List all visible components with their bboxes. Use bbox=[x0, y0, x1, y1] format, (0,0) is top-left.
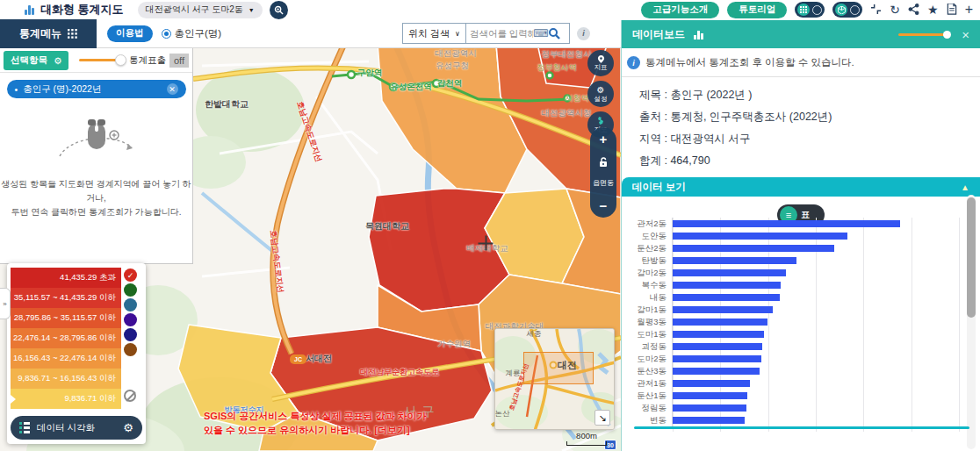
palette-column: ✓ bbox=[124, 268, 137, 409]
indicator-radio[interactable]: 총인구(명) bbox=[162, 27, 222, 40]
current-class-marker bbox=[11, 395, 16, 404]
search-input[interactable] bbox=[470, 28, 533, 39]
databoard-field: 지역 : 대전광역시 서구 bbox=[639, 128, 980, 150]
radio-selected-icon bbox=[162, 29, 171, 39]
legend-class-row[interactable]: 22,476.14 ~ 28,795.86 이하 bbox=[11, 328, 121, 348]
palette-color-option[interactable] bbox=[124, 283, 137, 297]
palette-none-option[interactable] bbox=[124, 390, 136, 402]
chart-category-label: 정림동 bbox=[625, 402, 673, 414]
search-field: ⌨ bbox=[466, 23, 570, 44]
refresh-icon[interactable]: ↻ bbox=[890, 4, 900, 16]
databoard-panel: 데이터보드 × i 통계메뉴에서 통계조회 후 이용할 수 있습니다. 제목 :… bbox=[621, 20, 980, 451]
legend-class-row[interactable]: 9,836.71 이하 bbox=[11, 389, 121, 409]
chart-bar[interactable] bbox=[673, 368, 760, 375]
legend-classes: 41,435.29 초과35,115.57 ~ 41,435.29 이하28,7… bbox=[11, 268, 121, 409]
chart-bar[interactable] bbox=[673, 343, 762, 350]
fit-screen-icon[interactable] bbox=[870, 4, 882, 17]
chart-row: 도안동 bbox=[625, 230, 966, 242]
stat-display-toggle[interactable]: off bbox=[169, 54, 189, 68]
chart-bar[interactable] bbox=[673, 306, 773, 313]
chart-bar[interactable] bbox=[673, 392, 747, 399]
close-icon[interactable]: × bbox=[962, 28, 969, 41]
chart-category-label: 둔산3동 bbox=[625, 365, 673, 377]
chart-row: 둔산3동 bbox=[625, 365, 966, 377]
overview-minimap[interactable]: 세종대전계룡논산호남고속도로지선 ↘ bbox=[494, 328, 615, 430]
chart-bar[interactable] bbox=[673, 257, 796, 264]
databoard-field: 출처 : 통계청, 인구주택총조사 (2022년) bbox=[639, 106, 980, 128]
region-search-button[interactable] bbox=[270, 1, 288, 19]
palette-color-option[interactable] bbox=[124, 313, 137, 326]
chart-row: 괴정동 bbox=[625, 340, 966, 353]
legend-class-row[interactable]: 28,795.86 ~ 35,115.57 이하 bbox=[11, 308, 121, 328]
selected-items-button[interactable]: 선택항목 ⚙ bbox=[4, 51, 68, 70]
databoard-notice: i 통계메뉴에서 통계조회 후 이용할 수 있습니다. bbox=[622, 48, 980, 77]
palette-color-option[interactable] bbox=[124, 343, 137, 356]
chart-bar[interactable] bbox=[673, 404, 746, 412]
region-dropdown[interactable]: 대전광역시 서구 도마2동 ▼ bbox=[138, 2, 263, 18]
slider-thumb[interactable] bbox=[115, 54, 126, 66]
chart-bar[interactable] bbox=[673, 294, 780, 301]
data-visualization-button[interactable]: 데이터 시각화 ⚙ bbox=[11, 416, 142, 440]
gear-icon[interactable]: ⚙ bbox=[123, 421, 133, 434]
chart-bar[interactable] bbox=[673, 417, 745, 424]
usage-guide-button[interactable]: 이용법 bbox=[107, 25, 153, 42]
panel-collapse-tab[interactable]: » bbox=[0, 288, 11, 319]
chart-bar[interactable] bbox=[673, 282, 781, 289]
stats-menu-button[interactable]: 통계메뉴 bbox=[0, 19, 97, 48]
legend-class-row[interactable]: 41,435.29 초과 bbox=[11, 268, 121, 288]
bullet-icon: • bbox=[15, 84, 18, 95]
databoard-width-slider[interactable] bbox=[898, 33, 949, 36]
legend-class-row[interactable]: 16,156.43 ~ 22,476.14 이하 bbox=[11, 348, 121, 369]
location-search-select[interactable]: 위치 검색 ∨ bbox=[402, 23, 466, 44]
chart-row: 갈마1동 bbox=[625, 304, 966, 316]
unlock-icon[interactable] bbox=[598, 157, 609, 168]
gear-icon: ⚙ bbox=[54, 55, 61, 66]
bookmark-star-icon[interactable]: ★ bbox=[927, 4, 939, 16]
advanced-features-button[interactable]: 고급기능소개 bbox=[641, 2, 719, 18]
opacity-slider[interactable] bbox=[79, 59, 121, 61]
report-document-icon[interactable] bbox=[947, 4, 957, 17]
chart-bar[interactable] bbox=[673, 233, 847, 240]
tutorial-button[interactable]: 튜토리얼 bbox=[727, 2, 787, 18]
info-icon: i bbox=[627, 56, 640, 69]
indicator-control-button[interactable]: 지표 bbox=[587, 50, 614, 76]
zoom-level-label: 읍면동 bbox=[593, 178, 614, 188]
chart-bar[interactable] bbox=[673, 220, 900, 227]
search-info-icon[interactable]: i bbox=[577, 27, 590, 40]
zoom-in-button[interactable]: + bbox=[600, 132, 608, 146]
share-icon[interactable] bbox=[908, 4, 919, 17]
chart-bar[interactable] bbox=[673, 319, 767, 326]
minimap-viewport-rect[interactable] bbox=[523, 352, 594, 384]
palette-color-option[interactable] bbox=[124, 328, 137, 341]
minimap-collapse-button[interactable]: ↘ bbox=[594, 410, 610, 426]
legend-class-row[interactable]: 35,115.57 ~ 41,435.29 이하 bbox=[11, 288, 121, 308]
virtual-keyboard-icon[interactable]: ⌨ bbox=[533, 27, 548, 39]
collapse-up-icon[interactable]: ▲ bbox=[961, 183, 969, 192]
chart-category-label: 복수동 bbox=[625, 279, 673, 291]
chart-category-label: 도안동 bbox=[625, 230, 673, 242]
collapsed-section-edge bbox=[634, 426, 969, 429]
chart-bar[interactable] bbox=[673, 380, 750, 387]
map-2d-toggle[interactable] bbox=[795, 2, 825, 18]
chart-row: 둔산2동 bbox=[625, 242, 966, 254]
zoom-out-button[interactable]: − bbox=[600, 199, 608, 212]
choropleth-legend: 41,435.29 초과35,115.57 ~ 41,435.29 이하28,7… bbox=[7, 263, 146, 444]
remove-indicator-icon[interactable]: ✕ bbox=[167, 83, 178, 95]
legend-class-row[interactable]: 9,836.71 ~ 16,156.43 이하 bbox=[11, 369, 121, 389]
panel-scrollbar-thumb[interactable] bbox=[967, 197, 976, 318]
chart-bar[interactable] bbox=[673, 331, 764, 338]
map-3d-toggle[interactable] bbox=[832, 2, 862, 18]
chart-bar[interactable] bbox=[673, 245, 834, 252]
search-submit-icon[interactable] bbox=[548, 27, 560, 39]
chevron-down-icon: ∨ bbox=[455, 30, 460, 38]
chart-bar[interactable] bbox=[673, 355, 761, 362]
slider-thumb[interactable] bbox=[943, 31, 951, 39]
data-view-header[interactable]: 데이터 보기 ▲ bbox=[622, 177, 980, 197]
palette-color-option[interactable]: ✓ bbox=[124, 268, 137, 282]
chart-bar[interactable] bbox=[673, 269, 786, 276]
korea-map-icon bbox=[596, 117, 605, 125]
active-indicator-pill[interactable]: • 총인구 (명)-2022년 ✕ bbox=[7, 80, 186, 98]
settings-control-button[interactable]: ⚙ 설정 bbox=[587, 81, 614, 107]
palette-color-option[interactable] bbox=[124, 298, 137, 311]
add-plus-icon[interactable]: + bbox=[965, 3, 973, 17]
